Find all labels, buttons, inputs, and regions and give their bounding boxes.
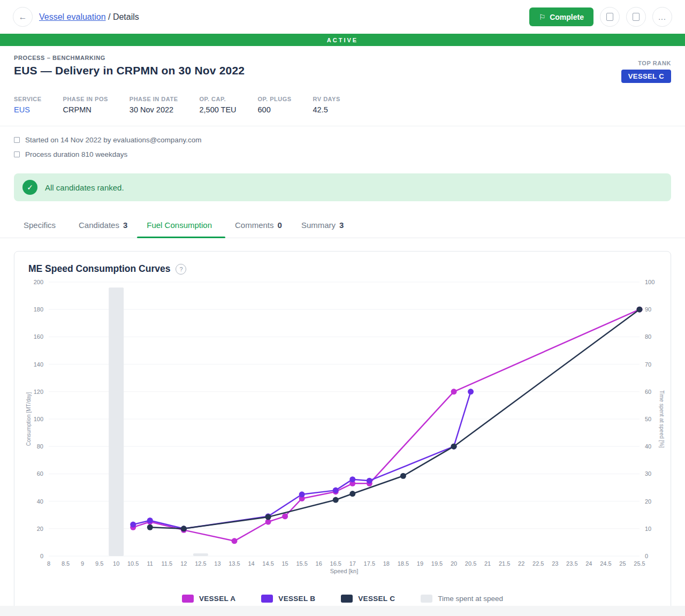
svg-text:17.5: 17.5	[364, 560, 375, 567]
service-link[interactable]: EUS	[14, 105, 42, 114]
success-banner: ✓ All candidates ranked.	[14, 173, 671, 201]
meta-rv-days: RV DAYS 42.5	[313, 96, 340, 114]
svg-text:18: 18	[383, 560, 390, 567]
svg-text:23.5: 23.5	[566, 560, 577, 567]
svg-text:80: 80	[645, 333, 651, 340]
svg-text:20.5: 20.5	[465, 560, 476, 567]
square-outline-icon	[633, 13, 640, 21]
meta-value: 2,500 TEU	[199, 105, 236, 114]
top-bar-actions: ⚐ Complete ...	[529, 7, 672, 27]
meta-label: RV DAYS	[313, 96, 340, 102]
svg-text:13.5: 13.5	[229, 560, 240, 567]
svg-text:70: 70	[645, 361, 651, 368]
svg-text:90: 90	[645, 306, 651, 313]
back-button[interactable]: ←	[13, 7, 33, 27]
process-header: PROCESS – BENCHMARKING EUS — Delivery in…	[0, 46, 685, 126]
check-circle-icon: ✓	[22, 180, 37, 195]
tab-candidates[interactable]: Candidates 3	[69, 213, 137, 238]
back-arrow-icon: ←	[19, 12, 27, 22]
svg-text:120: 120	[34, 389, 43, 395]
meta-value: 42.5	[313, 105, 340, 114]
tab-summary[interactable]: Summary 3	[292, 213, 354, 238]
svg-text:15.5: 15.5	[296, 560, 307, 567]
breadcrumb-link-vessel-evaluation[interactable]: Vessel evaluation	[39, 12, 106, 21]
top-rank: TOP RANK VESSEL C	[621, 60, 671, 83]
legend-item-vessel-a[interactable]: VESSEL A	[182, 595, 235, 603]
svg-text:19: 19	[417, 560, 423, 567]
svg-text:16.5: 16.5	[330, 560, 341, 567]
started-info-text: Started on 14 Nov 2022 by evaluations@co…	[25, 136, 201, 144]
duration-icon	[14, 151, 20, 157]
svg-text:40: 40	[645, 443, 651, 450]
svg-text:11: 11	[147, 560, 153, 567]
meta-service: SERVICE EUS	[14, 96, 42, 114]
svg-text:25: 25	[619, 560, 626, 567]
svg-text:60: 60	[645, 389, 651, 395]
svg-text:14: 14	[248, 560, 254, 567]
svg-text:23: 23	[552, 560, 558, 567]
meta-value: CRPMN	[63, 105, 108, 114]
tab-fuel-consumption[interactable]: Fuel Consumption	[137, 213, 225, 238]
chart-card: ME Speed Consumption Curves ? 0204060801…	[14, 251, 671, 606]
top-bar: ← Vessel evaluation / Details ⚐ Complete…	[0, 0, 685, 34]
svg-text:10: 10	[113, 560, 119, 567]
svg-text:0: 0	[40, 553, 43, 559]
meta-value: 600	[258, 105, 292, 114]
flag-icon: ⚐	[539, 13, 546, 21]
panel-button-2[interactable]	[626, 7, 646, 27]
svg-text:Time spent at speed [%]: Time spent at speed [%]	[659, 390, 665, 448]
tab-label: Fuel Consumption	[147, 220, 212, 230]
svg-text:14.5: 14.5	[262, 560, 273, 567]
svg-text:30: 30	[645, 470, 651, 477]
question-glyph: ?	[179, 266, 182, 272]
svg-text:13: 13	[214, 560, 220, 567]
ellipsis-icon: ...	[658, 13, 666, 21]
help-icon[interactable]: ?	[176, 264, 186, 275]
tab-label: Summary	[301, 220, 336, 230]
svg-text:18.5: 18.5	[398, 560, 409, 567]
svg-text:20: 20	[645, 498, 651, 505]
tab-bar: Specifics Candidates 3 Fuel Consumption …	[0, 213, 685, 238]
duration-info-line: Process duration 810 weekdays	[14, 148, 671, 163]
meta-op-cap: OP. CAP. 2,500 TEU	[199, 96, 236, 114]
svg-text:8.5: 8.5	[62, 560, 70, 567]
svg-text:140: 140	[34, 361, 43, 368]
complete-button-label: Complete	[550, 13, 584, 21]
meta-row: SERVICE EUS PHASE IN POS CRPMN PHASE IN …	[14, 96, 671, 126]
panel-button-1[interactable]	[600, 7, 620, 27]
tab-label: Candidates	[79, 220, 119, 230]
meta-label: PHASE IN DATE	[130, 96, 178, 102]
process-kicker: PROCESS – BENCHMARKING	[14, 55, 671, 61]
svg-text:22.5: 22.5	[532, 560, 544, 567]
svg-text:10.5: 10.5	[127, 560, 139, 567]
meta-value: 30 Nov 2022	[130, 105, 178, 114]
info-block: Started on 14 Nov 2022 by evaluations@co…	[0, 126, 685, 165]
svg-text:8: 8	[47, 560, 50, 567]
legend-label: Time spent at speed	[438, 595, 503, 603]
svg-text:24: 24	[585, 560, 592, 567]
svg-text:80: 80	[37, 443, 43, 450]
tab-count: 0	[278, 220, 282, 230]
more-options-button[interactable]: ...	[652, 7, 672, 27]
square-outline-icon	[606, 13, 613, 21]
svg-text:Consumption [MT/day]: Consumption [MT/day]	[26, 392, 32, 446]
tab-count: 3	[339, 220, 344, 230]
legend-item-vessel-c[interactable]: VESSEL C	[341, 595, 395, 603]
svg-text:100: 100	[34, 416, 43, 422]
tab-specifics[interactable]: Specifics	[14, 213, 69, 238]
chart-title: ME Speed Consumption Curves	[28, 263, 170, 275]
tab-comments[interactable]: Comments 0	[225, 213, 292, 238]
svg-text:20: 20	[451, 560, 457, 567]
complete-button[interactable]: ⚐ Complete	[529, 7, 593, 26]
meta-label: PHASE IN POS	[63, 96, 108, 102]
svg-text:25.5: 25.5	[634, 560, 645, 567]
calendar-icon	[14, 137, 20, 143]
success-message: All candidates ranked.	[45, 183, 124, 192]
started-info-line: Started on 14 Nov 2022 by evaluations@co…	[14, 134, 671, 148]
legend-label: VESSEL C	[358, 595, 395, 603]
legend-item-vessel-b[interactable]: VESSEL B	[261, 595, 315, 603]
legend-item-time-spent-at-speed[interactable]: Time spent at speed	[421, 595, 503, 603]
svg-text:12.5: 12.5	[195, 560, 206, 567]
svg-text:11.5: 11.5	[162, 560, 173, 567]
page: ← Vessel evaluation / Details ⚐ Complete…	[0, 0, 685, 606]
